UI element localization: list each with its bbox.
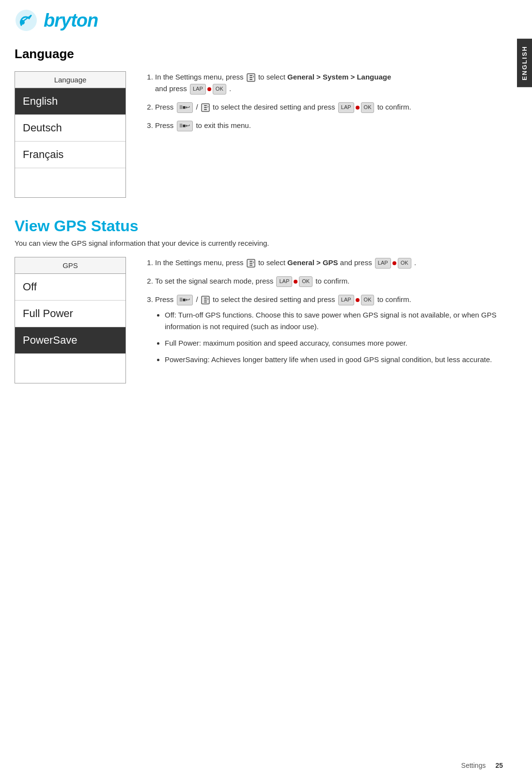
language-step-2: Press II■↩ / to select the desired setti… [155,101,503,113]
svg-rect-16 [204,300,207,301]
main-content: Language Language English Deutsch França… [0,37,532,413]
footer-label: Settings [461,762,486,769]
ok-badge-2: OK [361,102,375,113]
svg-rect-9 [204,109,207,110]
svg-rect-7 [204,105,207,106]
svg-point-0 [16,10,37,31]
settings-icon-3 [247,259,255,268]
gps-bullet-off: Off: Turn-off GPS functions. Choose this… [165,309,503,333]
gps-instructions: In the Settings menu, press to select Ge… [145,257,503,383]
lap-badge-3: LAP [375,258,391,269]
footer-page: 25 [495,762,503,769]
language-instructions: In the Settings menu, press to select Ge… [145,71,503,198]
language-item-deutsch[interactable]: Deutsch [15,115,125,142]
dot-badge-4 [294,280,297,284]
gps-section: View GPS Status You can view the GPS sig… [15,217,503,383]
ok-badge-5: OK [361,295,375,305]
lap-badge-5: LAP [338,295,354,305]
gps-step-3: Press II■↩ / to select the desired setti… [155,294,503,366]
gps-menu-box: GPS Off Full Power PowerSave [15,257,126,383]
language-section-title: Language [15,47,503,62]
lap-badge-2: LAP [338,102,354,113]
svg-rect-8 [204,107,207,108]
bryton-logo-icon [15,9,38,32]
header: bryton [0,0,532,37]
svg-rect-13 [250,265,252,266]
svg-rect-17 [204,302,207,302]
footer: Settings 25 [461,762,503,769]
dot-badge-3 [392,261,396,265]
gps-step-2: To set the signal search mode, press LAP… [155,275,503,287]
dot-badge-5 [356,298,360,302]
language-item-francais[interactable]: Français [15,142,125,168]
gps-section-subtitle: You can view the GPS signal information … [15,239,503,247]
bryton-logo-text: bryton [44,10,98,31]
settings-icon-1 [247,73,255,82]
language-step-3: Press II■↩ to exit this menu. [155,120,503,131]
lap-badge-4: LAP [276,276,292,287]
svg-rect-4 [250,77,252,78]
back-badge-3: II■↩ [177,295,193,305]
ok-badge-3: OK [398,258,411,269]
ok-badge-1: OK [213,84,226,95]
ok-badge-4: OK [299,276,313,287]
back-badge-1: II■↩ [177,102,193,113]
lap-badge-1: LAP [190,84,206,95]
settings-icon-2 [201,103,210,112]
gps-step-1: In the Settings menu, press to select Ge… [155,257,503,269]
svg-rect-5 [250,79,252,80]
gps-item-powersave[interactable]: PowerSave [15,327,125,354]
gps-menu-header: GPS [15,257,125,274]
language-two-col: Language English Deutsch Français In the… [15,71,503,198]
gps-section-title: View GPS Status [15,217,503,235]
language-side-tab: ENGLISH [517,39,532,87]
gps-two-col: GPS Off Full Power PowerSave In the Sett… [15,257,503,383]
svg-rect-15 [204,298,207,299]
gps-item-off[interactable]: Off [15,274,125,301]
gps-item-full-power[interactable]: Full Power [15,301,125,327]
language-menu-header: Language [15,72,125,88]
back-badge-2: II■↩ [177,121,193,131]
svg-rect-11 [250,261,252,262]
language-section: Language Language English Deutsch França… [15,47,503,198]
language-item-english[interactable]: English [15,88,125,115]
svg-rect-3 [250,75,252,76]
gps-bullet-fullpower: Full Power: maximum position and speed a… [165,337,503,349]
svg-rect-12 [250,263,252,264]
dot-badge-1 [207,87,211,91]
settings-icon-4 [201,296,210,304]
dot-badge-2 [356,106,360,110]
gps-bullet-powersave: PowerSaving: Achieves longer battery lif… [165,354,503,366]
language-step-1: In the Settings menu, press to select Ge… [155,71,503,95]
language-menu-box: Language English Deutsch Français [15,71,126,198]
